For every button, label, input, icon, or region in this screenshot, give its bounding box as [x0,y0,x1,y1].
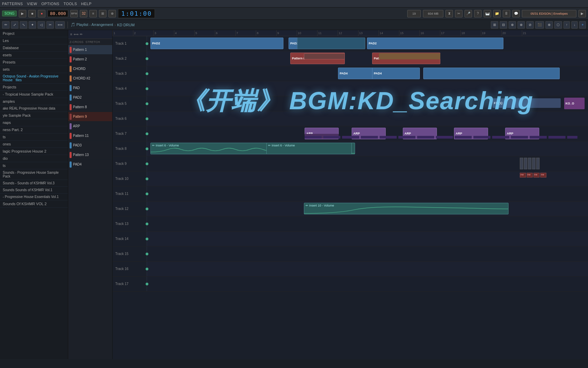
sidebar-les[interactable]: Les [0,37,68,44]
tb2-icon-3[interactable]: ⊕ [509,21,516,29]
sidebar-sets[interactable]: sets [0,66,68,73]
track-content-6[interactable] [147,111,588,126]
sidebar-kshmr1[interactable]: Sounds Sounds of KSHMR Vol.1 [0,187,68,194]
clip-pad4-2[interactable]: PAD4 [372,68,420,79]
clip-pattern8-notes[interactable] [304,53,345,59]
track-content-4[interactable] [147,81,588,96]
sidebar-ts2[interactable]: ts [0,162,68,169]
mode-5[interactable]: ⟺ [55,21,65,29]
mode-cut[interactable]: ✂ [46,21,54,29]
track-content-3[interactable]: PAD4 PAD4 [147,66,588,81]
track-content-9[interactable] [147,156,588,171]
sidebar-kshmr-vol2[interactable]: Sounds Of KSHMR VOL 2 [0,200,68,208]
sidebar-kshmr3[interactable]: Sounds - Sounds of KSHMR Vol.3 [0,180,68,187]
play-button[interactable]: ▶ [19,10,26,17]
track-content-12[interactable]: ✏ Insert 10 - Volume [147,201,588,216]
clip-pad2-1[interactable]: PAD2 [150,38,283,49]
sidebar-ness[interactable]: ness Part. 2 [0,126,68,133]
clip-pad2-4[interactable]: PAD2 [367,38,503,49]
track-content-10[interactable]: me me me me [147,171,588,186]
pattern-row-arp[interactable]: ARP [68,122,112,131]
sidebar-database[interactable]: Database [0,44,68,52]
sidebar-tropical[interactable]: - Tropical House Sample Pack [0,91,68,98]
sidebar-prog-essentials[interactable]: - Progressive House Essentials Vol.1 [0,194,68,200]
clip-fx1[interactable]: FX (1) [493,98,561,108]
numerator-button[interactable]: 32 [80,10,87,17]
track-content-8[interactable]: ✏ Insert 6 - Volume ✏ Insert 6 - Volume [147,141,588,156]
pattern-row-1[interactable]: Pattern 1 [68,45,112,55]
track-content-5[interactable]: KO_O FX (1) [147,96,588,111]
toolbar-icon-3[interactable]: ⊕ [108,10,116,17]
sidebar-sounds-prog[interactable]: Sounds - Progressive House Sample Pack [0,169,68,180]
tb2-icon-9[interactable]: ↑ [563,21,570,29]
pattern-row-chord[interactable]: CHORD [68,64,112,74]
pattern-row-8[interactable]: Pattern 8 [68,102,112,112]
sidebar-samples[interactable]: amples [0,98,68,105]
menu-patterns[interactable]: PATTERNS [2,2,23,6]
sidebar-dio[interactable]: dio [0,155,68,162]
tb2-icon-5[interactable]: ⊘ [526,21,534,29]
sidebar-ts[interactable]: ts [0,133,68,141]
menu-options[interactable]: OPTIONS [41,2,59,6]
stop-button[interactable]: ■ [28,10,36,17]
pattern-row-9[interactable]: Pattern 9 [68,112,112,122]
menu-view[interactable]: VIEW [27,2,37,6]
tb2-icon-7[interactable]: ⊕ [545,21,553,29]
draw-mode[interactable]: ✏ [2,21,10,29]
tempo-button[interactable]: BPM [70,10,78,17]
channel-next[interactable]: ▶ [578,10,586,17]
tb2-icon-1[interactable]: ⊞ [491,21,498,29]
sidebar-octopus[interactable]: Octopus Sound - Avalon Progressive House… [0,73,68,84]
sidebar-project[interactable]: Project [0,30,68,37]
tb2-icon-2[interactable]: ⊟ [500,21,507,29]
pattern-row-pad2[interactable]: PAD2 [68,93,112,102]
sidebar-projects[interactable]: Projects [0,84,68,91]
mode-erase[interactable]: ✦ [29,21,36,29]
track-content-16[interactable] [147,261,588,276]
sidebar-real-prog[interactable]: ake REAL Progressive House data [0,105,68,112]
pattern-row-pad4[interactable]: PAD4 [68,160,112,169]
icon-browser[interactable]: 📁 [493,10,501,17]
pattern-row-11[interactable]: Pattern 11 [68,131,112,141]
sidebar-style[interactable]: yle Sample Pack [0,112,68,119]
bpm-display[interactable]: 80.000 [47,10,68,17]
track-content-1[interactable]: PAD2 PAD2 PAD2 [147,36,588,51]
icon-help[interactable]: ? [474,10,482,17]
record-button[interactable]: ● [38,10,45,17]
icon-metronome[interactable]: ⧗ [445,10,453,17]
sidebar-naps[interactable]: naps [0,119,68,126]
clip-pad4-3[interactable] [423,68,560,79]
track-content-11[interactable] [147,186,588,201]
pattern-row-2[interactable]: Pattern 2 [68,55,112,64]
toolbar-icon-2[interactable]: ⊞ [99,10,106,17]
clip-pattern9-notes[interactable] [379,53,440,59]
track-content-13[interactable] [147,216,588,231]
mode-3[interactable]: ⤡ [20,21,27,29]
toolbar-icon-1[interactable]: ≡ [89,10,97,17]
clip-insert10[interactable]: ✏ Insert 10 - Volume [304,203,509,214]
menu-tools[interactable]: TOOLS [63,2,77,6]
icon-chat[interactable]: 💬 [512,10,520,17]
icon-piano[interactable]: 🎹 [484,10,491,17]
menu-help[interactable]: HELP [81,2,92,6]
sidebar-esets[interactable]: esets [0,52,68,59]
sidebar-presets[interactable]: Presets [0,59,68,66]
clip-insert6-2[interactable]: ✏ Insert 6 - Volume [266,143,352,154]
track-content-2[interactable]: Pattern 8 Pattern 9 [147,51,588,66]
tb2-icon-6[interactable]: ⬛ [535,21,544,29]
pattern-row-pad3[interactable]: PAD3 [68,141,112,150]
icon-mixer[interactable]: 🎚 [503,10,510,17]
track-content-15[interactable] [147,246,588,261]
mode-select[interactable]: ◁ [38,21,45,29]
icon-snap[interactable]: ✂ [455,10,462,17]
tb2-icon-8[interactable]: ⬡ [554,21,562,29]
sidebar-magic[interactable]: lagic Progressive House 2 [0,148,68,155]
pattern-row-13[interactable]: Pattern 13 [68,150,112,160]
sidebar-ones[interactable]: ones [0,141,68,148]
tb2-icon-10[interactable]: ↓ [571,21,578,29]
pattern-row-pad[interactable]: PAD [68,83,112,93]
icon-mic[interactable]: 🎤 [465,10,472,17]
pattern-row-chord2[interactable]: CHORD #2 [68,74,112,83]
clip-ko-orp[interactable]: KO_O [564,98,585,109]
song-button[interactable]: SONG [2,11,17,16]
